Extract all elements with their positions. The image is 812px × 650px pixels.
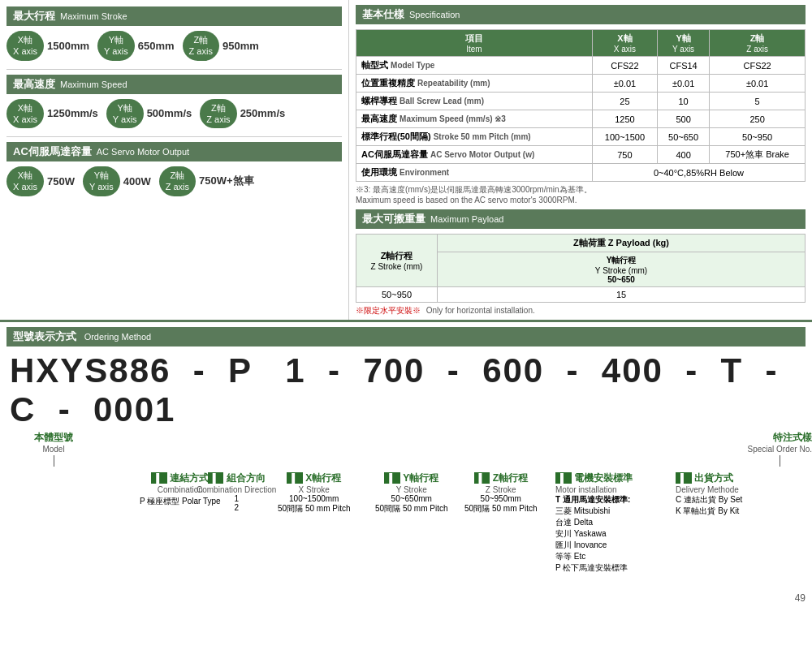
payload-table: Z軸行程 Z Stroke (mm) Z軸荷重 Z Payload (kg) Y… [356,234,806,303]
speed-y-label: Y軸 Y axis [106,99,144,129]
payload-section: 最大可搬重量 Maximum Payload Z軸行程 Z Stroke (mm… [356,209,806,316]
label-x-stroke: ▌ X軸行程 X Stroke 100~1500mm 50間隔 50 mm Pi… [278,471,350,514]
spec-cell-y-0: CFS14 [657,57,709,75]
servo-y-label: Y軸 Y axis [83,166,120,196]
speed-axis-row: X軸 X axis 1250mm/s Y軸 Y axis 500mm/s Z軸 [6,99,342,129]
max-stroke-title-zh: 最大行程 [13,9,55,24]
spec-cell-z-1: ±0.01 [710,75,806,93]
spec-cell-label-4: 標準行程(50間隔) Stroke 50 mm Pitch (mm) [356,128,593,146]
spec-row-5: AC伺服馬達容量 AC Servo Motor Output (w)750400… [356,146,806,164]
divider-2 [6,136,342,137]
label-special: 特注式樣 Special Order No. [748,431,812,468]
servo-axis-row: X軸 X axis 750W Y軸 Y axis 400W Z軸 Z axis [6,166,342,196]
servo-z-badge: Z軸 Z axis 750W+煞車 [159,166,254,196]
spec-table: 項目 Item X軸 X axis Y軸 Y axis Z軸 [356,29,806,182]
servo-x-badge: X軸 X axis 750W [6,166,75,196]
max-stroke-title-en: Maximum Stroke [60,11,127,21]
max-speed-header: 最高速度 Maximum Speed [6,75,342,94]
payload-title-zh: 最大可搬重量 [362,212,425,226]
payload-z-value: 50~950 [356,287,438,303]
servo-y-badge: Y軸 Y axis 400W [83,166,151,196]
spec-title-zh: 基本仕樣 [362,7,404,22]
stroke-z-value: 950mm [222,40,259,52]
payload-value: 15 [438,287,806,303]
payload-y-label: Y軸行程 Y Stroke (mm) 50~650 [438,252,806,287]
ordering-code: HXYS886 - P 1 - 700 - 600 - 400 - T - C … [10,351,806,429]
spec-cell-label-3: 最高速度 Maximum Speed (mm/s) ※3 [356,110,593,128]
max-speed-title-en: Maximum Speed [60,80,127,89]
spec-cell-label-6: 使用環境 Environment [356,164,593,182]
label-delivery: ▌ 出貨方式 Delivery Methode C 連結出貨 By Set K … [676,471,742,517]
top-section: 最大行程 Maximum Stroke X軸 X axis 1500mm Y軸 … [0,0,812,320]
spec-col-item: 項目 Item [356,30,593,57]
speed-x-badge: X軸 X axis 1250mm/s [6,99,98,129]
spec-cell-x-3: 1250 [592,110,657,128]
spec-title-en: Specification [409,10,460,19]
max-speed-title-zh: 最高速度 [13,77,55,92]
spec-header: 基本仕樣 Specification [356,5,806,24]
speed-y-badge: Y軸 Y axis 500mm/s [106,99,192,129]
stroke-z-label: Z軸 Z axis [183,31,219,61]
servo-title-zh: AC伺服馬達容量 [13,144,92,159]
label-y-stroke: ▌ Y軸行程 Y Stroke 50~650mm 50間隔 50 mm Pitc… [375,471,447,514]
stroke-y-label: Y軸 Y axis [97,31,135,61]
left-column: 最大行程 Maximum Stroke X軸 X axis 1500mm Y軸 … [0,0,349,320]
spec-col-z: Z軸 Z axis [710,30,806,57]
page-number: 49 [0,589,812,607]
speed-z-value: 250mm/s [240,107,286,119]
servo-header: AC伺服馬達容量 AC Servo Motor Output [6,142,342,161]
spec-cell-label-1: 位置重複精度 Repeatability (mm) [356,75,593,93]
spec-row-1: 位置重複精度 Repeatability (mm)±0.01±0.01±0.01 [356,75,806,93]
spec-cell-z-5: 750+煞車 Brake [710,146,806,164]
spec-row-3: 最高速度 Maximum Speed (mm/s) ※31250500250 [356,110,806,128]
servo-title-en: AC Servo Motor Output [97,147,189,157]
spec-cell-y-4: 50~650 [657,128,709,146]
spec-cell-label-5: AC伺服馬達容量 AC Servo Motor Output (w) [356,146,593,164]
spec-cell-z-4: 50~950 [710,128,806,146]
payload-row: 50~950 15 [356,287,806,303]
ordering-header: 型號表示方式 Ordering Method [6,327,806,347]
spec-cell-z-2: 5 [710,93,806,110]
speed-y-value: 500mm/s [147,107,192,119]
spec-cell-x-5: 750 [592,146,657,164]
main-container: 最大行程 Maximum Stroke X軸 X axis 1500mm Y軸 … [0,0,812,607]
spec-row-4: 標準行程(50間隔) Stroke 50 mm Pitch (mm)100~15… [356,128,806,146]
payload-title-en: Maximum Payload [430,214,503,224]
divider-1 [6,69,342,70]
spec-cell-label-0: 軸型式 Model Type [356,57,593,75]
label-z-stroke: ▌ Z軸行程 Z Stroke 50~950mm 50間隔 50 mm Pitc… [464,471,537,514]
stroke-x-label: X軸 X axis [6,31,44,61]
spec-cell-x-4: 100~1500 [592,128,657,146]
stroke-z-badge: Z軸 Z axis 950mm [183,31,259,61]
spec-cell-x-2: 25 [592,93,657,110]
spec-cell-y-5: 400 [657,146,709,164]
right-column: 基本仕樣 Specification 項目 Item X軸 X axis [349,0,812,320]
ordering-title-en: Ordering Method [84,332,152,342]
label-model: 本體型號 Model [34,431,73,468]
servo-z-value: 750W+煞車 [199,174,254,188]
spec-cell-y-3: 500 [657,110,709,128]
spec-cell-x-1: ±0.01 [592,75,657,93]
spec-cell-env: 0~40°C,85%RH Below [592,164,805,182]
spec-cell-y-2: 10 [657,93,709,110]
servo-z-label: Z軸 Z axis [159,166,196,196]
spec-row-0: 軸型式 Model TypeCFS22CFS14CFS22 [356,57,806,75]
spec-cell-y-1: ±0.01 [657,75,709,93]
spec-col-x: X軸 X axis [592,30,657,57]
servo-x-value: 750W [47,175,75,187]
speed-z-label: Z軸 Z axis [200,99,236,129]
spec-col-y: Y軸 Y axis [657,30,709,57]
spec-note: ※3: 最高速度(mm/s)是以伺服馬達最高轉速3000rpm/min為基準。 … [356,184,806,204]
ordering-title-zh: 型號表示方式 [13,330,76,342]
spec-cell-x-0: CFS22 [592,57,657,75]
spec-cell-z-3: 250 [710,110,806,128]
label-direction: ▌ 組合方向 Combination Direction 1 2 [197,471,276,512]
spec-cell-z-0: CFS22 [710,57,806,75]
payload-note: ※限定水平安裝※ Only for horizontal installatio… [356,305,806,316]
spec-row-6: 使用環境 Environment0~40°C,85%RH Below [356,164,806,182]
speed-z-badge: Z軸 Z axis 250mm/s [200,99,285,129]
stroke-y-value: 650mm [138,40,175,52]
spec-cell-label-2: 螺桿導程 Ball Screw Lead (mm) [356,93,593,110]
stroke-axis-row: X軸 X axis 1500mm Y軸 Y axis 650mm Z軸 Z ax [6,31,342,61]
ordering-section: 型號表示方式 Ordering Method HXYS886 - P 1 - 7… [0,320,812,589]
